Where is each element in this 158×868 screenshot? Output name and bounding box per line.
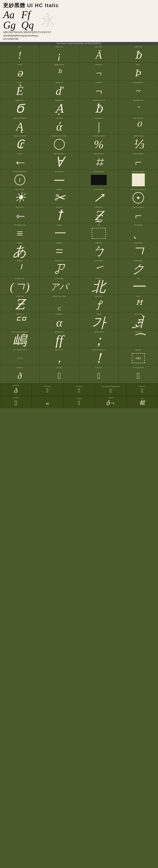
cell-dingbats: Dingbats ✂: [40, 187, 79, 205]
cell-cjk-ext-f-row: CJK Ext F 𭀩: [79, 366, 118, 383]
cell-enclosed-alpha: Enclosed Alphanums 1: [0, 170, 40, 187]
cell-cjk-symbols: CJK Symbols 、: [118, 223, 158, 241]
cell-misc-symbols: Misc Symbols ☀: [0, 187, 40, 205]
sample-gg: Gg: [3, 20, 16, 30]
obj-box: OBJ: [132, 353, 145, 363]
cell-diacriticals: Diacriticals ¬: [79, 63, 118, 81]
cell-diacriticals-ext: Diacriticals Ext ~: [118, 81, 158, 98]
cell-greek-ext: Greek Ext ά: [40, 116, 79, 134]
cell-katakana: Katakana =: [40, 241, 79, 259]
cell-latin1sup: Latin 1 Sup ¡: [40, 45, 79, 63]
bottom-strip-2: CJK Ext D 𫝁 « « CJK Ext 𪛑 CJK Ext ð¬ CJK…: [0, 396, 158, 408]
bs2-cell5: CJK 𩸽: [126, 396, 158, 408]
cell-cjk-ext-d-row: CJK Ext D ð: [0, 366, 40, 383]
sample-aa: Aa: [3, 10, 16, 20]
cell-latin-ext-a: Latin Ext A Ā: [79, 45, 118, 63]
cell-cjk-compat-ideographs: CJK Compat Ideographs 嶋: [0, 330, 40, 348]
cell-cjk: CJK 一: [118, 277, 158, 294]
bottom-strip-1: CJK Ext D ð CJK Ext E 𡃔 CJK Ext F 𭀩 CJK …: [0, 383, 158, 396]
sample-ff: Ff: [21, 10, 34, 20]
source-bar: Font Source: http://www.fontke.com/font/…: [0, 42, 158, 45]
cell-latin-ext-add: Latin Ext Additional Ą: [0, 116, 40, 134]
cell-armenian: Armenian ¬: [79, 81, 118, 98]
cell-misc-technical: Misc Technical ⌗: [79, 152, 118, 170]
cell-block-elements: Block Elements: [79, 170, 118, 187]
cell-geometric-shapes: Geometric Shapes: [118, 170, 158, 187]
cell-hangul: Hangul 가: [79, 312, 118, 330]
cell-half-full-forms: Half And Full Forms ！: [79, 348, 118, 366]
cell-lets-ext-c: Lets Ext C ꝉ: [40, 205, 79, 223]
cell-misc-math-b: Misc Math Symbols B: [118, 187, 158, 205]
cell-misc-arrows: Misc Arrows ←: [0, 205, 40, 223]
cell-cjk-ext-e-row: CJK Ext E 𡃔: [40, 366, 79, 383]
cell-idc: IDC: [79, 223, 118, 241]
cell-cjk-radicals-sup: CJK Radicals Sup ≡: [0, 223, 40, 241]
cell-punctuation: Punctuation |: [79, 116, 118, 134]
cell-kauri: Kauri ꟸ: [118, 294, 158, 312]
cell-ascii: ASCII !: [0, 45, 40, 63]
cell-super-sub: Super And Sub ⁰: [118, 116, 158, 134]
cell-modifier-tone: Modifier Tone Letters ꜀: [40, 294, 79, 312]
cell-bopomofo-ext: Bopomofo Ext ㆡ: [40, 259, 79, 277]
cell-half-marks: Half Marks ⁀: [118, 330, 158, 348]
digits: 0123456789: [3, 37, 155, 40]
cell-diacriticals-symbols: Diacriticals For Symbols: [40, 134, 79, 152]
cell-phonetic-ext: Phonetic Ext Ạ: [40, 98, 79, 116]
cell-jamo-ext-b: Jamo Ext B ힰ: [118, 312, 158, 330]
cell-specials: Specials OBJ: [118, 348, 158, 366]
cell-control-pictures: Control Pictures ⌐: [118, 152, 158, 170]
cell-latin-ext-b: Latin Ext B ƀ: [118, 45, 158, 63]
cell-bopomofo: Bopomofo ㄅ: [79, 241, 118, 259]
bs1-cell3: CJK Ext F 𭀩: [63, 384, 95, 396]
cell-letterlike: Letterlike Symbols %: [79, 134, 118, 152]
cell-math-operations: Math Operations ∀: [40, 152, 79, 170]
cell-box-drawing: Box Drawing ─: [40, 170, 79, 187]
bs1-cell2: CJK Ext E 𡃔: [32, 384, 63, 396]
cell-cyrillic-ext-a: Cyrillic Ext A Ꙃ: [79, 205, 118, 223]
cell-kangxi: Kangxi 一: [40, 223, 79, 241]
bs1-cell5: CJK Ext C 𪜶: [126, 384, 158, 396]
alphabet-upper: ABCDEFGHIJKLMNOPQRSTUVWXYZ: [3, 31, 155, 34]
cell-katakana-ext: Katakana Ext ク: [118, 259, 158, 277]
font-title: 更紗黑體 UI HC Italic: [3, 2, 155, 9]
cell-latin-ext-c: Latin Ext C α: [40, 312, 79, 330]
sample-qq: Qq: [21, 20, 34, 30]
cell-sup-punctuation: Sup Punctuation ⌐: [118, 205, 158, 223]
cell-cyrillic-sup: Cyrillic Sup ď: [40, 81, 79, 98]
cell-jamo-ext-a: Jamo Ext A ꥠ: [0, 312, 40, 330]
cell-hiragana: Hiragana あ: [0, 241, 40, 259]
cell-diacriticals-sup: Diacriticals Sup ʻ̈: [118, 98, 158, 116]
cell-greek: Greek Þ: [118, 63, 158, 81]
alphabet-lower: abcdefghijklmnopqrstuvwxyz: [3, 34, 155, 37]
cell-currency: Currency Symbols ₢: [0, 134, 40, 152]
cell-enclosed-cjk: Enclosed CJK (ㄱ): [0, 277, 40, 294]
cell-cjk-compat-sup-row: CJK Compat Sup 𪛑: [118, 366, 158, 383]
cell-phonetics-ext-sup: Phonetics Ext Sup ƀ: [79, 98, 118, 116]
bs1-cell4: CJK Compat Ideographs Sup 𪛑: [95, 384, 126, 396]
bs2-cell3: CJK Ext 𪛑: [63, 396, 95, 408]
header-section: 更紗黑體 UI HC Italic Aa Ff Gg Qq 永 ABCDEFGH…: [0, 0, 158, 42]
cell-number-forms: Number Forms ⅓: [118, 134, 158, 152]
cell-cjk-strokes: CJK Strokes ㇀: [79, 259, 118, 277]
cell-kanbun: Kanbun ㆐: [0, 259, 40, 277]
cell-sup-arrows-b: Sup Arrows B ↗: [79, 187, 118, 205]
cell-compat-jamo: Compat Jamo ㄱ: [118, 241, 158, 259]
bs2-cell1: CJK Ext D 𫝁: [0, 396, 32, 408]
sample-cjk: 永: [41, 13, 55, 27]
cell-latin-ext-d: Latin Ext D ꝭ: [79, 294, 118, 312]
cell-alphabetic-pf: Alphabetic PF ff: [40, 330, 79, 348]
bs2-cell4: CJK Ext ð¬: [95, 396, 126, 408]
cell-cyrillic-ext-c: Cyrillic Ext C Ϭ: [0, 98, 40, 116]
cell-vertical-forms: Vertical Forms ；: [79, 330, 118, 348]
cell-arrows: Arrows ←: [0, 152, 40, 170]
cell-small-forms: Small Forms ，: [40, 348, 79, 366]
cell-cjk-compat: CJK Compat アパ: [40, 277, 79, 294]
cell-ipa-ext: IPA Ext ə: [0, 63, 40, 81]
cell-cyrillic-ext-b: Cyrillic Ext B Ƶ: [0, 294, 40, 312]
sample-characters: Aa Ff Gg Qq 永: [3, 10, 155, 30]
bs2-cell2: « «: [32, 396, 63, 408]
cell-cjk-ext-a: CJK Ext A 北: [79, 277, 118, 294]
cell-modifier-letters: Modifier Letters ʰ: [40, 63, 79, 81]
glyph-grid: ASCII ! Latin 1 Sup ¡ Latin Ext A Ā Lati…: [0, 45, 158, 383]
cell-cyrillic: Cyrillic È: [0, 81, 40, 98]
